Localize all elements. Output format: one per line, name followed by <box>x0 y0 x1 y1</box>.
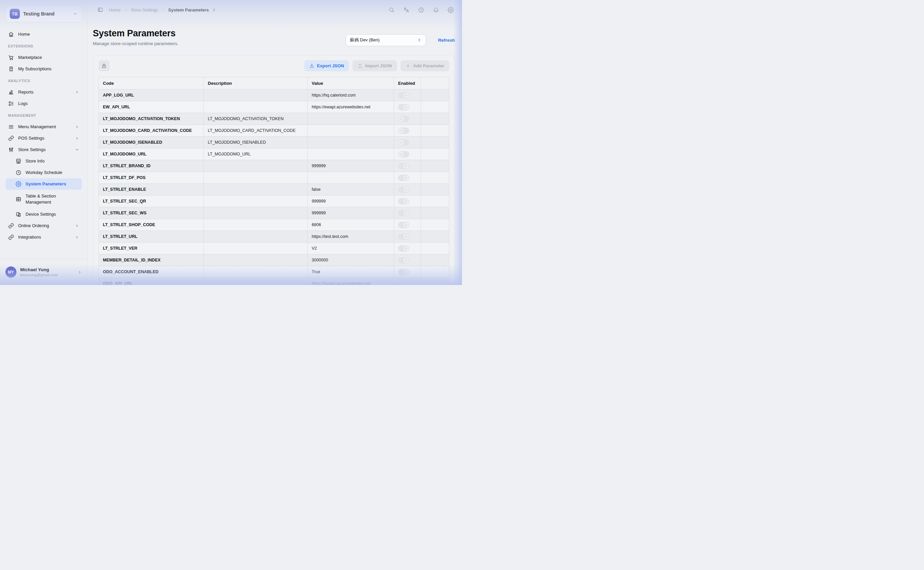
enabled-toggle[interactable] <box>398 245 409 252</box>
lock-icon <box>101 63 107 69</box>
sidebar-item-my-subscriptions[interactable]: My Subscriptions <box>5 63 82 75</box>
sidebar-item-integrations[interactable]: Integrations <box>5 231 82 243</box>
gear-icon[interactable] <box>447 7 454 13</box>
cell-actions <box>421 149 449 160</box>
sidebar-item-system-parameters[interactable]: System Parameters <box>5 178 82 190</box>
section-label-analytics: ANALYTICS <box>8 79 82 83</box>
cell-enabled <box>394 243 421 254</box>
chevron-down-icon <box>73 11 78 16</box>
cell-description <box>204 219 308 230</box>
gear-icon <box>15 181 21 187</box>
sidebar-item-device-settings[interactable]: Device Settings <box>5 208 82 220</box>
enabled-toggle[interactable] <box>398 269 409 275</box>
enabled-toggle[interactable] <box>398 257 409 264</box>
column-header-description: Description <box>204 77 308 89</box>
sidebar-item-logs[interactable]: Logs <box>5 98 82 109</box>
cell-actions <box>421 254 449 266</box>
sidebar-item-home[interactable]: Home <box>5 29 82 40</box>
enabled-toggle[interactable] <box>398 104 409 110</box>
brand-selector[interactable]: TB Testing Brand <box>5 5 82 22</box>
sidebar-item-online-ordering[interactable]: Online Ordering <box>5 220 82 231</box>
help-icon[interactable] <box>418 7 425 13</box>
table-row: LT_MOJODOMO_URLLT_MOJODOMO_URL <box>99 148 449 160</box>
enabled-toggle[interactable] <box>398 222 409 228</box>
cell-value: 999999 <box>308 160 394 172</box>
cell-actions <box>421 278 449 285</box>
cell-value: https://ewapi.azurewebsites.net <box>308 278 394 285</box>
table-row: ODO_API_URLhttps://ewapi.azurewebsites.n… <box>99 277 449 285</box>
enabled-toggle[interactable] <box>398 186 409 193</box>
breadcrumb-selector-icon[interactable] <box>212 8 216 12</box>
sidebar-item-store-info[interactable]: Store Info <box>5 155 82 167</box>
enabled-toggle[interactable] <box>398 280 409 285</box>
cell-value: 6806 <box>308 219 394 230</box>
devices-icon <box>15 211 21 218</box>
enabled-toggle[interactable] <box>398 233 409 240</box>
table-row: EW_API_URLhttps://ewapi.azurewebsites.ne… <box>99 101 449 113</box>
bell-icon[interactable] <box>433 7 439 13</box>
cell-value: V2 <box>308 243 394 254</box>
cell-description <box>204 89 308 101</box>
search-icon[interactable] <box>388 7 395 13</box>
cell-actions <box>421 113 449 124</box>
brand-name: Testing Brand <box>23 11 70 17</box>
enabled-toggle[interactable] <box>398 116 409 122</box>
logs-list-icon <box>8 101 14 107</box>
table-grid-icon <box>15 196 21 202</box>
breadcrumb-current: System Parameters <box>168 8 209 12</box>
main-content: Home Store Settings System Parameters Sy… <box>88 0 462 285</box>
table-row: LT_STRLET_VERV2 <box>99 242 449 254</box>
table-row: ODO_ACCOUNT_ENABLEDTrue <box>99 266 449 277</box>
sidebar-item-table-section-management[interactable]: Table & Section Management <box>5 190 82 208</box>
toggle-knob <box>403 187 409 192</box>
topbar-actions <box>388 7 454 13</box>
sidebar-item-marketplace[interactable]: Marketplace <box>5 52 82 63</box>
enabled-toggle[interactable] <box>398 92 409 99</box>
enabled-toggle[interactable] <box>398 198 409 205</box>
sidebar-toggle-button[interactable] <box>95 5 105 15</box>
user-menu[interactable]: MY Michael Yung bearyung@gmail.com <box>0 259 87 285</box>
sidebar-item-label: Marketplace <box>18 55 79 61</box>
import-json-button[interactable]: Import JSON <box>352 60 397 71</box>
parameters-table: Code Description Value Enabled APP_LOG_U… <box>99 77 449 285</box>
sidebar-item-reports[interactable]: Reports <box>5 86 82 98</box>
refresh-button[interactable]: Refresh <box>438 38 455 43</box>
cell-code: LT_MOJODOMO_ACTIVATION_TOKEN <box>99 113 204 124</box>
cell-actions <box>421 101 449 113</box>
enabled-toggle[interactable] <box>398 151 409 158</box>
toggle-knob <box>403 281 409 285</box>
download-icon <box>309 63 315 68</box>
sidebar-item-pos-settings[interactable]: POS Settings <box>5 133 82 144</box>
table-row: LT_STRLET_SEC_QR999999 <box>99 195 449 207</box>
lock-button[interactable] <box>99 60 110 71</box>
export-json-button[interactable]: Export JSON <box>304 60 349 71</box>
store-selector[interactable]: 蘇媽 Dev (Ben) <box>346 34 426 46</box>
sidebar-nav: Home EXTENSIONS Marketplace My Subscript… <box>0 22 87 259</box>
link-icon <box>8 135 14 141</box>
sidebar-item-label: POS Settings <box>18 135 70 141</box>
home-icon <box>8 31 14 37</box>
toggle-knob <box>399 116 404 121</box>
link-icon <box>8 234 14 240</box>
sidebar-item-store-settings[interactable]: Store Settings <box>5 144 82 155</box>
chevron-right-icon <box>77 270 82 274</box>
translate-icon[interactable] <box>403 7 409 13</box>
enabled-toggle[interactable] <box>398 139 409 146</box>
enabled-toggle[interactable] <box>398 175 409 181</box>
enabled-toggle[interactable] <box>398 210 409 216</box>
column-header-value: Value <box>308 77 394 89</box>
user-name: Michael Yung <box>20 267 73 272</box>
sidebar-item-menu-management[interactable]: Menu Management <box>5 121 82 133</box>
sidebar-item-workday-schedule[interactable]: Workday Schedule <box>5 167 82 178</box>
clock-icon <box>15 170 21 176</box>
chevron-up-down-icon <box>417 38 422 42</box>
breadcrumb-home[interactable]: Home <box>109 8 121 12</box>
cell-enabled <box>394 136 421 148</box>
enabled-toggle[interactable] <box>398 163 409 169</box>
storefront-icon <box>15 158 21 164</box>
table-row: LT_STRLET_ENABLEfalse <box>99 183 449 195</box>
enabled-toggle[interactable] <box>398 127 409 134</box>
sliders-icon <box>8 147 14 153</box>
breadcrumb-store-settings[interactable]: Store Settings <box>131 8 158 12</box>
add-parameter-button[interactable]: Add Parameter <box>400 60 449 71</box>
